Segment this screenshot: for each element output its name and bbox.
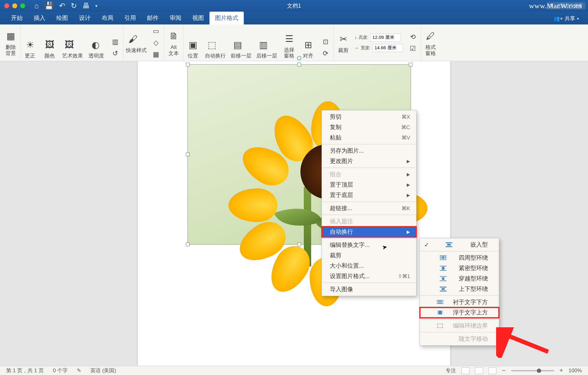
share-button[interactable]: 👥+共享▾: [550, 13, 582, 24]
ctx-wrap-text[interactable]: 自动换行▶: [322, 227, 416, 237]
picture-effects-icon[interactable]: ◇: [150, 37, 161, 48]
svg-rect-5: [440, 257, 442, 257]
ctx-save-as-picture[interactable]: 另存为图片...: [322, 146, 416, 156]
transparency-button[interactable]: ◐ 透明度: [89, 38, 104, 59]
corrections-button[interactable]: ☀ 更正: [23, 38, 37, 59]
tab-draw[interactable]: 绘图: [51, 12, 74, 24]
ctx-format-picture[interactable]: 设置图片格式...⇧⌘1: [322, 271, 416, 281]
wrap-behind-text[interactable]: 衬于文字下方: [420, 297, 499, 307]
maximize-window-button[interactable]: [20, 3, 25, 8]
tab-layout[interactable]: 布局: [96, 12, 119, 24]
ctx-size-and-position[interactable]: 大小和位置...: [322, 261, 416, 271]
resize-handle-w[interactable]: [186, 153, 190, 156]
wrap-inline[interactable]: ✓嵌入型: [420, 239, 499, 250]
tab-home[interactable]: 开始: [6, 12, 28, 24]
people-icon: 👥+: [553, 15, 563, 22]
zoom-level[interactable]: 100%: [569, 368, 582, 374]
format-pane-button[interactable]: 🖊 格式 窗格: [421, 24, 440, 61]
customize-qat-icon[interactable]: ▾: [95, 3, 97, 8]
wrap-tight-icon: [439, 265, 447, 271]
crop-button[interactable]: ✂ 裁剪: [336, 32, 350, 54]
alt-text-button[interactable]: 🗎 Alt 文本: [164, 24, 183, 61]
wrap-square-icon: [439, 255, 447, 261]
svg-rect-3: [440, 255, 447, 256]
tab-view[interactable]: 视图: [187, 12, 209, 24]
wrap-in-front-of-text[interactable]: 浮于文字上方: [420, 307, 499, 318]
print-icon[interactable]: 🖶: [82, 2, 90, 10]
bring-forward-icon: ▤: [231, 38, 245, 52]
artistic-effects-icon: 🖼: [62, 38, 76, 52]
view-print-layout[interactable]: [462, 367, 469, 374]
rotation-handle[interactable]: [297, 56, 301, 60]
home-icon[interactable]: ⌂: [34, 2, 39, 10]
close-window-button[interactable]: [4, 3, 9, 8]
rotate-icon[interactable]: ⟳: [320, 48, 331, 59]
wrap-tight[interactable]: 紧密型环绕: [420, 263, 499, 273]
resize-handle-sw[interactable]: [186, 243, 190, 246]
undo-icon[interactable]: ↶: [59, 2, 65, 10]
ctx-send-to-back[interactable]: 置于底层▶: [322, 190, 416, 200]
group-remove-bg[interactable]: ▦ 删除 背景: [1, 24, 21, 61]
wrap-through[interactable]: 穿越型环绕: [420, 273, 499, 284]
picture-border-icon[interactable]: ▭: [150, 26, 161, 37]
view-outline[interactable]: [488, 367, 496, 374]
ctx-change-picture[interactable]: 更改图片▶: [322, 156, 416, 166]
lock-aspect-icon[interactable]: ☑: [407, 43, 418, 54]
resize-handle-nw[interactable]: [186, 63, 190, 66]
quick-styles-button[interactable]: 🖌 快速样式: [126, 32, 147, 54]
minimize-window-button[interactable]: [12, 3, 17, 8]
ctx-crop[interactable]: 裁剪: [322, 250, 416, 261]
zoom-out-button[interactable]: −: [502, 367, 506, 374]
wrap-top-bottom[interactable]: 上下型环绕: [420, 284, 499, 294]
view-web-layout[interactable]: [475, 367, 483, 374]
height-input[interactable]: [370, 34, 401, 42]
ctx-bring-to-front[interactable]: 置于顶层▶: [322, 180, 416, 190]
ctx-cut[interactable]: 剪切⌘X: [322, 112, 416, 122]
resize-handle-ne[interactable]: [409, 63, 413, 66]
group-objects-icon[interactable]: ⊡: [320, 36, 331, 47]
zoom-slider[interactable]: [511, 370, 554, 371]
save-icon[interactable]: 💾: [44, 2, 54, 10]
bring-forward-button[interactable]: ▤ 前移一层: [231, 38, 251, 59]
ctx-copy[interactable]: 复制⌘C: [322, 122, 416, 132]
ctx-import-image[interactable]: 导入图像: [322, 284, 416, 295]
tab-references[interactable]: 引用: [119, 12, 141, 24]
resize-handle-s[interactable]: [297, 243, 301, 246]
language-indicator[interactable]: 英语 (美国): [90, 367, 116, 374]
word-count[interactable]: 0 个字: [53, 367, 68, 374]
ctx-paste[interactable]: 粘贴⌘V: [322, 132, 416, 143]
crop-icon: ✂: [336, 32, 350, 46]
spellcheck-icon[interactable]: ✎: [77, 367, 81, 374]
align-button[interactable]: ⊞ 对齐: [301, 38, 315, 59]
width-input[interactable]: [372, 44, 403, 52]
reset-picture-icon[interactable]: ↺: [110, 48, 121, 59]
tab-mailings[interactable]: 邮件: [141, 12, 164, 24]
tab-picture-format[interactable]: 图片格式: [209, 12, 244, 24]
tab-design[interactable]: 设计: [74, 12, 96, 24]
position-button[interactable]: ▣ 位置: [186, 38, 200, 59]
wrap-square[interactable]: 四周型环绕: [420, 253, 499, 263]
reset-size-icon[interactable]: ⟲: [407, 32, 418, 43]
wrap-text-button[interactable]: ⬚ 自动换行: [205, 38, 226, 59]
resize-handle-n[interactable]: [297, 63, 301, 66]
zoom-in-button[interactable]: +: [560, 367, 563, 374]
color-button[interactable]: 🖼 颜色: [43, 38, 57, 59]
page-indicator[interactable]: 第 1 页，共 1 页: [6, 367, 44, 374]
focus-mode[interactable]: 专注: [446, 367, 456, 374]
wrap-topbottom-icon: [439, 286, 447, 292]
redo-icon[interactable]: ↻: [71, 2, 77, 10]
context-menu: 剪切⌘X 复制⌘C 粘贴⌘V 另存为图片... 更改图片▶ 组合▶ 置于顶层▶ …: [322, 110, 417, 296]
artistic-effects-button[interactable]: 🖼 艺术效果: [62, 38, 83, 59]
svg-rect-14: [440, 280, 447, 281]
svg-point-30: [442, 327, 443, 328]
ctx-hyperlink[interactable]: 超链接...⌘K: [322, 203, 416, 213]
ctx-edit-alt-text[interactable]: 编辑替换文字...: [322, 240, 416, 250]
tab-review[interactable]: 审阅: [164, 12, 187, 24]
send-backward-button[interactable]: ▥ 后移一层: [256, 38, 277, 59]
compress-pictures-icon[interactable]: ▥: [110, 36, 121, 47]
svg-rect-1: [447, 244, 451, 246]
picture-layout-icon[interactable]: ▦: [150, 49, 161, 60]
selection-pane-button[interactable]: ☰ 选择 窗格: [282, 32, 296, 59]
svg-point-28: [442, 323, 443, 325]
tab-insert[interactable]: 插入: [28, 12, 51, 24]
